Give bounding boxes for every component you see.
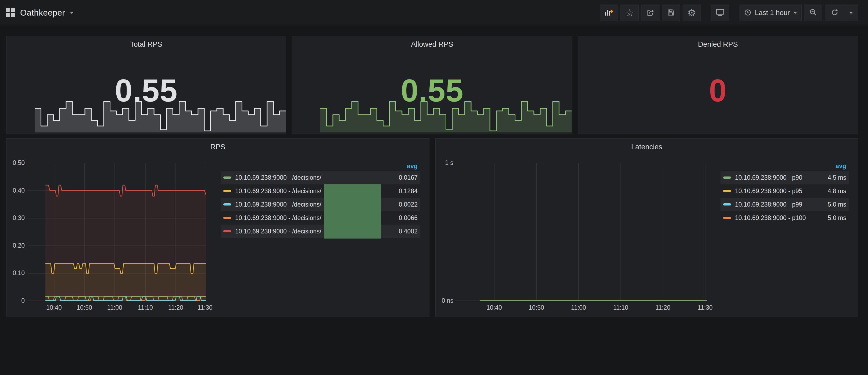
latencies-plot-area[interactable] [455, 163, 707, 301]
favorite-button[interactable]: ☆ [620, 5, 639, 21]
time-picker-button[interactable]: Last 1 hour [740, 5, 802, 21]
refresh-interval-dropdown[interactable] [844, 5, 858, 21]
x-axis-tick-label: 11:20 [644, 304, 682, 311]
zoom-out-button[interactable] [804, 5, 822, 21]
legend-color-swatch[interactable] [223, 177, 231, 179]
legend-avg-value: 0.0022 [399, 201, 417, 208]
x-axis-tick-label: 11:30 [186, 304, 224, 311]
grid-icon [5, 7, 15, 18]
gear-icon: ⚙ [687, 8, 696, 18]
dashboard-title: Oathkeeper [20, 8, 65, 18]
rps-plot-area[interactable] [28, 163, 206, 301]
refresh-icon [831, 8, 839, 17]
y-axis-tick-label: 1 s [436, 159, 453, 166]
x-axis-tick-label: 10:50 [518, 304, 555, 311]
stat-value-allowed-rps: 0.55 [401, 72, 464, 109]
save-icon [667, 9, 675, 17]
latencies-legend: avg10.10.69.238:9000 - p904.5 ms10.10.69… [720, 161, 849, 225]
legend-color-swatch[interactable] [723, 190, 731, 192]
legend-color-swatch[interactable] [223, 190, 231, 192]
legend-series-label[interactable]: 10.10.69.238:9000 - p90 [735, 174, 822, 181]
panel-total-rps: Total RPS 0.55 [6, 36, 286, 133]
legend-series-label[interactable]: 10.10.69.238:9000 - /decisions/ [235, 174, 394, 181]
y-axis-tick-label: 0.50 [6, 159, 25, 166]
zoom-out-icon [809, 8, 817, 18]
x-axis-tick-label: 11:10 [602, 304, 640, 311]
legend-color-swatch[interactable] [223, 217, 231, 219]
legend-row[interactable]: 10.10.69.238:9000 - /decisions/0.1284 [221, 184, 420, 198]
legend-avg-value: 5.0 ms [828, 214, 846, 222]
bar-chart-plus-icon [604, 8, 614, 17]
panel-latencies-graph: Latencies 10:4010:5011:0011:1011:2011:30… [435, 138, 858, 317]
legend-row[interactable]: 10.10.69.238:9000 - p904.5 ms [720, 171, 849, 184]
legend-avg-value: 0.4002 [399, 228, 417, 235]
refresh-button[interactable] [825, 5, 844, 21]
y-axis-tick-label: 0.10 [6, 270, 25, 277]
legend-avg-value: 0.1284 [399, 187, 417, 195]
legend-row[interactable]: 10.10.69.238:9000 - p1005.0 ms [720, 211, 849, 225]
chevron-down-icon [849, 12, 853, 14]
legend-avg-value: 5.0 ms [828, 201, 846, 208]
navbar-left: Oathkeeper [5, 7, 74, 18]
y-axis-tick-label: 0.40 [6, 187, 25, 194]
time-range-label: Last 1 hour [755, 9, 790, 17]
legend-row[interactable]: 10.10.69.238:9000 - p995.0 ms [720, 198, 849, 211]
panel-allowed-rps: Allowed RPS 0.55 [292, 36, 572, 133]
navbar: Oathkeeper ☆ [0, 0, 868, 26]
legend-series-label[interactable]: 10.10.69.238:9000 - p99 [735, 201, 822, 208]
legend-avg-value: 0.0167 [399, 174, 417, 181]
share-icon [646, 8, 654, 18]
legend-series-label[interactable]: 10.10.69.238:9000 - p95 [735, 187, 822, 195]
add-panel-button[interactable] [600, 5, 618, 21]
chevron-down-icon [70, 12, 74, 14]
y-axis-tick-label: 0 ns [436, 297, 453, 304]
legend-color-swatch[interactable] [723, 217, 731, 219]
clock-icon [744, 9, 751, 17]
legend-color-swatch[interactable] [223, 230, 231, 232]
share-button[interactable] [641, 5, 659, 21]
panel-title[interactable]: RPS [6, 143, 429, 151]
panel-title[interactable]: Latencies [436, 143, 858, 151]
x-axis-tick-label: 10:40 [475, 304, 513, 311]
navbar-right: ☆ ⚙ [600, 5, 858, 21]
grafana-dashboard: Oathkeeper ☆ [0, 0, 868, 375]
legend-avg-value: 4.8 ms [828, 187, 846, 195]
cycle-view-button[interactable] [711, 5, 729, 21]
dashboard-picker-button[interactable]: Oathkeeper [5, 7, 74, 18]
legend-color-swatch[interactable] [723, 177, 731, 179]
legend-row[interactable]: 10.10.69.238:9000 - /decisions/0.0066 [221, 211, 420, 225]
legend-avg-value: 4.5 ms [828, 174, 846, 181]
legend-row[interactable]: 10.10.69.238:9000 - /decisions/0.0167 [221, 171, 420, 184]
legend-color-swatch[interactable] [723, 204, 731, 206]
y-axis-tick-label: 0 [6, 297, 25, 304]
monitor-icon [716, 9, 724, 17]
y-axis-tick-label: 0.30 [6, 214, 25, 222]
green-overlay-box [324, 184, 381, 239]
rps-legend: avg10.10.69.238:9000 - /decisions/0.0167… [221, 161, 420, 238]
panel-title[interactable]: Total RPS [6, 40, 286, 49]
legend-series-label[interactable]: 10.10.69.238:9000 - p100 [735, 214, 822, 222]
legend-row[interactable]: 10.10.69.238:9000 - p954.8 ms [720, 184, 849, 198]
save-button[interactable] [662, 5, 680, 21]
y-axis-tick-label: 0.20 [6, 242, 25, 249]
star-icon: ☆ [625, 8, 634, 18]
legend-avg-header[interactable]: avg [221, 161, 420, 171]
legend-avg-header[interactable]: avg [720, 161, 849, 171]
x-axis-tick-label: 11:00 [560, 304, 597, 311]
stat-value-total-rps: 0.55 [115, 72, 178, 109]
legend-row[interactable]: 10.10.69.238:9000 - /decisions/0.4002 [221, 225, 420, 238]
panel-denied-rps: Denied RPS 0 [578, 36, 858, 133]
refresh-split-button [825, 5, 858, 21]
settings-button[interactable]: ⚙ [683, 5, 701, 21]
stat-value-denied-rps: 0 [709, 72, 727, 109]
panel-title[interactable]: Allowed RPS [292, 40, 572, 49]
panel-title[interactable]: Denied RPS [578, 40, 858, 49]
legend-row[interactable]: 10.10.69.238:9000 - /decisions/0.0022 [221, 198, 420, 211]
x-axis-tick-label: 11:30 [686, 304, 724, 311]
legend-color-swatch[interactable] [223, 204, 231, 206]
legend-avg-value: 0.0066 [399, 214, 417, 222]
chevron-down-icon [793, 12, 797, 14]
